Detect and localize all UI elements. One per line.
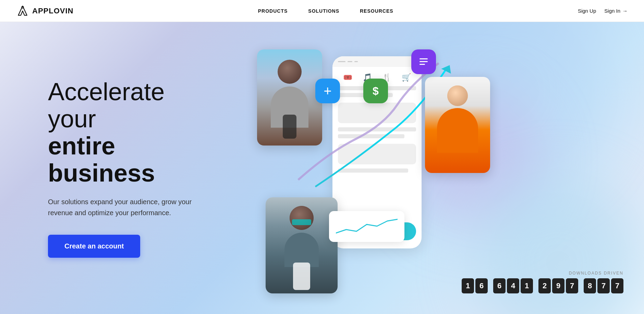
nav-link-solutions[interactable]: SOLUTIONS — [308, 8, 339, 14]
phone-icon-cart: 🛒 — [402, 73, 411, 82]
nav-right: Sign Up Sign In → — [578, 8, 628, 14]
downloads-section: DOWNLOADS DRIVEN 1 6 6 4 1 2 9 7 8 7 7 — [462, 271, 623, 293]
signup-button[interactable]: Sign Up — [578, 8, 596, 14]
downloads-label: DOWNLOADS DRIVEN — [462, 271, 623, 276]
digit-8: 7 — [566, 278, 578, 293]
signin-button[interactable]: Sign In → — [604, 8, 628, 14]
digit-6: 2 — [538, 278, 551, 293]
photo-card-woman — [425, 77, 490, 173]
float-icon-green: $ — [363, 79, 388, 103]
svg-point-0 — [22, 6, 23, 8]
hero-right: + $ 🎟️ 🎵 🍴 🛒 — [199, 22, 644, 314]
photo-card-man — [257, 49, 322, 146]
float-icon-blue: + — [315, 79, 340, 103]
nav-link-products[interactable]: PRODUCTS — [258, 8, 288, 14]
float-icon-purple — [411, 49, 436, 74]
applovin-logo-icon — [16, 5, 29, 17]
svg-rect-2 — [420, 58, 428, 59]
svg-rect-3 — [420, 61, 428, 62]
svg-marker-1 — [441, 63, 454, 76]
mini-chart-svg — [336, 216, 398, 235]
svg-rect-4 — [420, 64, 425, 65]
nav-center: PRODUCTS SOLUTIONS RESOURCES — [258, 8, 393, 14]
digit-11: 7 — [611, 278, 623, 293]
hero-left: Accelerate your entire business Our solu… — [0, 78, 199, 258]
logo-text: APPLOVIN — [32, 7, 73, 15]
phone-icon-ticket: 🎟️ — [343, 73, 352, 82]
navbar: APPLOVIN PRODUCTS SOLUTIONS RESOURCES Si… — [0, 0, 644, 22]
digit-7: 9 — [552, 278, 564, 293]
mini-chart — [329, 211, 404, 242]
downloads-counter: 1 6 6 4 1 2 9 7 8 7 7 — [462, 278, 623, 293]
hero-subtitle: Our solutions expand your audience, grow… — [48, 196, 199, 218]
digit-5: 1 — [521, 278, 533, 293]
digit-9: 8 — [584, 278, 596, 293]
hero-section: Accelerate your entire business Our solu… — [0, 22, 644, 314]
photo-card-girl — [266, 197, 338, 293]
logo[interactable]: APPLOVIN — [16, 5, 73, 17]
hero-title: Accelerate your entire business — [48, 78, 199, 187]
digit-4: 4 — [507, 278, 519, 293]
create-account-button[interactable]: Create an account — [48, 235, 140, 258]
digit-10: 7 — [597, 278, 610, 293]
digit-3: 6 — [493, 278, 506, 293]
digit-2: 6 — [475, 278, 488, 293]
nav-link-resources[interactable]: RESOURCES — [360, 8, 393, 14]
digit-1: 1 — [462, 278, 474, 293]
